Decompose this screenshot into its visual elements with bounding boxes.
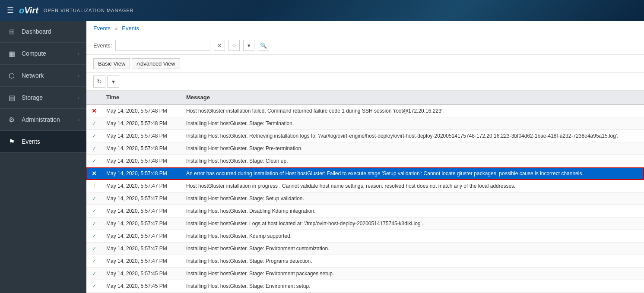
hamburger-menu[interactable]: ☰ <box>7 6 14 15</box>
message-cell: Installing Host hostGluster. Logs at hos… <box>182 217 644 230</box>
chevron-storage: › <box>78 95 79 100</box>
breadcrumb-events-link[interactable]: Events <box>93 25 111 32</box>
col-message: Message <box>182 91 644 104</box>
table-row[interactable]: ✓ May 14, 2020, 5:57:48 PM Installing Ho… <box>86 155 644 167</box>
message-cell: Installing Host hostGluster. Kdump suppo… <box>182 230 644 243</box>
status-cell: ✕ <box>86 104 102 117</box>
table-row[interactable]: ✓ May 14, 2020, 5:57:47 PM Installing Ho… <box>86 230 644 243</box>
sidebar-item-administration[interactable]: ⚙ Administration › <box>0 109 86 131</box>
message-cell: Installing Host hostGluster. Stage: Envi… <box>182 268 644 280</box>
message-cell: Installing Host hostGluster. Stage: Pre-… <box>182 142 644 155</box>
sidebar-item-compute[interactable]: ▦ Compute › <box>0 43 86 65</box>
status-ok-icon: ✓ <box>91 245 98 252</box>
time-cell: May 14, 2020, 5:57:48 PM <box>102 167 182 180</box>
sidebar-item-dashboard[interactable]: ⊞ Dashboard <box>0 21 86 43</box>
search-dropdown-button[interactable]: ▾ <box>243 40 254 51</box>
search-input[interactable] <box>115 40 210 51</box>
logo-text: oVirt <box>19 6 38 16</box>
status-ok-icon: ✓ <box>91 220 98 227</box>
message-cell: Installing Host hostGluster. Disabling K… <box>182 205 644 217</box>
network-icon: ⬡ <box>7 71 16 80</box>
message-cell: Installing Host hostGluster. Stage: Envi… <box>182 280 644 293</box>
sidebar-item-network[interactable]: ⬡ Network › <box>0 65 86 87</box>
app-name: OPEN VIRTUALIZATION MANAGER <box>44 8 134 13</box>
action-toolbar: ↻ ▾ <box>86 73 644 91</box>
refresh-button[interactable]: ↻ <box>93 76 105 88</box>
status-error-icon: ✕ <box>91 107 98 114</box>
table-row[interactable]: ✓ May 14, 2020, 5:57:47 PM Installing Ho… <box>86 192 644 205</box>
main-layout: ⊞ Dashboard ▦ Compute › ⬡ Network › ▤ St… <box>0 21 644 293</box>
sidebar-label-dashboard: Dashboard <box>22 28 79 35</box>
status-cell: ✕ <box>86 167 102 180</box>
breadcrumb-separator: » <box>114 25 117 32</box>
topbar: ☰ oVirt OPEN VIRTUALIZATION MANAGER <box>0 0 644 21</box>
table-row[interactable]: ✓ May 14, 2020, 5:57:45 PM Installing Ho… <box>86 280 644 293</box>
table-header-row: Time Message <box>86 91 644 104</box>
basic-view-button[interactable]: Basic View <box>93 58 130 69</box>
status-ok-icon: ✓ <box>91 132 98 139</box>
bookmark-button[interactable]: ☆ <box>228 40 240 51</box>
status-cell: ! <box>86 180 102 192</box>
clear-search-button[interactable]: ✕ <box>214 40 225 51</box>
time-cell: May 14, 2020, 5:57:47 PM <box>102 180 182 192</box>
time-cell: May 14, 2020, 5:57:48 PM <box>102 155 182 167</box>
table-row[interactable]: ! May 14, 2020, 5:57:47 PM Host hostGlus… <box>86 180 644 192</box>
time-cell: May 14, 2020, 5:57:47 PM <box>102 205 182 217</box>
table-row[interactable]: ✓ May 14, 2020, 5:57:48 PM Installing Ho… <box>86 130 644 142</box>
message-cell: An error has occurred during installatio… <box>182 167 644 180</box>
sidebar-label-compute: Compute <box>22 50 73 57</box>
table-row[interactable]: ✕ May 14, 2020, 5:57:48 PM Host hostGlus… <box>86 104 644 117</box>
status-cell: ✓ <box>86 230 102 243</box>
chevron-administration: › <box>78 117 79 122</box>
message-cell: Installing Host hostGluster. Stage: Term… <box>182 117 644 130</box>
table-row[interactable]: ✕ May 14, 2020, 5:57:48 PM An error has … <box>86 167 644 180</box>
status-ok-icon: ✓ <box>91 283 98 290</box>
status-cell: ✓ <box>86 155 102 167</box>
sidebar-label-network: Network <box>22 72 73 79</box>
compute-icon: ▦ <box>7 49 16 58</box>
content-area: Events » Events Events: ✕ ☆ ▾ 🔍 Basic Vi… <box>86 21 644 293</box>
status-cell: ✓ <box>86 142 102 155</box>
table-row[interactable]: ✓ May 14, 2020, 5:57:48 PM Installing Ho… <box>86 117 644 130</box>
administration-icon: ⚙ <box>7 115 16 124</box>
status-cell: ✓ <box>86 243 102 255</box>
advanced-view-button[interactable]: Advanced View <box>132 58 180 69</box>
status-ok-icon: ✓ <box>91 145 98 152</box>
col-status <box>86 91 102 104</box>
status-ok-icon: ✓ <box>91 208 98 214</box>
table-row[interactable]: ✓ May 14, 2020, 5:57:45 PM Installing Ho… <box>86 268 644 280</box>
status-ok-icon: ✓ <box>91 195 98 202</box>
status-error-icon: ✕ <box>91 170 98 177</box>
time-cell: May 14, 2020, 5:57:47 PM <box>102 192 182 205</box>
message-cell: Host hostGluster installation in progres… <box>182 180 644 192</box>
search-button[interactable]: 🔍 <box>258 40 269 51</box>
time-cell: May 14, 2020, 5:57:45 PM <box>102 268 182 280</box>
events-icon: ⚑ <box>7 137 16 146</box>
time-cell: May 14, 2020, 5:57:48 PM <box>102 117 182 130</box>
events-table-container: Time Message ✕ May 14, 2020, 5:57:48 PM … <box>86 91 644 293</box>
status-ok-icon: ✓ <box>91 258 98 265</box>
table-row[interactable]: ✓ May 14, 2020, 5:57:47 PM Installing Ho… <box>86 243 644 255</box>
table-row[interactable]: ✓ May 14, 2020, 5:57:48 PM Installing Ho… <box>86 142 644 155</box>
dashboard-icon: ⊞ <box>7 27 16 36</box>
message-cell: Installing Host hostGluster. Stage: Prog… <box>182 255 644 268</box>
sidebar-item-events[interactable]: ⚑ Events <box>0 131 86 153</box>
time-cell: May 14, 2020, 5:57:48 PM <box>102 104 182 117</box>
events-table: Time Message ✕ May 14, 2020, 5:57:48 PM … <box>86 91 644 293</box>
status-cell: ✓ <box>86 192 102 205</box>
table-row[interactable]: ✓ May 14, 2020, 5:57:47 PM Installing Ho… <box>86 217 644 230</box>
sidebar-label-storage: Storage <box>22 94 73 101</box>
status-cell: ✓ <box>86 268 102 280</box>
table-row[interactable]: ✓ May 14, 2020, 5:57:47 PM Installing Ho… <box>86 205 644 217</box>
status-cell: ✓ <box>86 130 102 142</box>
chevron-network: › <box>78 73 79 78</box>
breadcrumb-events-current[interactable]: Events <box>122 25 139 32</box>
time-cell: May 14, 2020, 5:57:47 PM <box>102 255 182 268</box>
logo: oVirt OPEN VIRTUALIZATION MANAGER <box>19 6 134 16</box>
status-ok-icon: ✓ <box>91 158 98 164</box>
table-row[interactable]: ✓ May 14, 2020, 5:57:47 PM Installing Ho… <box>86 255 644 268</box>
status-ok-icon: ✓ <box>91 120 98 127</box>
action-dropdown-button[interactable]: ▾ <box>107 76 119 88</box>
message-cell: Installing Host hostGluster. Stage: Envi… <box>182 243 644 255</box>
sidebar-item-storage[interactable]: ▤ Storage › <box>0 87 86 109</box>
